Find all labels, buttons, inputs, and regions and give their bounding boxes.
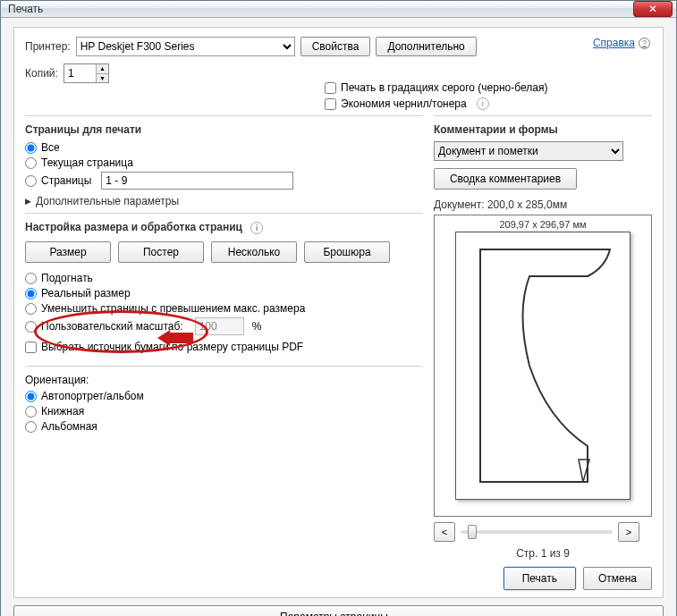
sizing-header: Настройка размера и обработка страниц i <box>25 213 423 234</box>
more-params-label: Дополнительные параметры <box>36 195 179 207</box>
orient-auto-radio[interactable] <box>25 391 37 402</box>
shrink-label: Уменьшить страницы с превышением макс. р… <box>41 302 305 315</box>
more-params-toggle[interactable]: ▶ Дополнительные параметры <box>25 195 423 207</box>
size-button[interactable]: Размер <box>25 241 111 263</box>
comments-select[interactable]: Документ и пометки <box>434 141 623 161</box>
custom-scale-radio[interactable] <box>25 321 37 333</box>
fit-label: Подогнать <box>41 272 93 284</box>
page-dimensions: 209,97 x 296,97 мм <box>499 219 586 230</box>
dialog-body: Справка ? Принтер: HP Deskjet F300 Serie… <box>1 18 676 616</box>
pages-range-label: Страницы <box>41 174 91 187</box>
pages-all-label: Все <box>41 141 60 154</box>
copies-label: Копий: <box>25 67 58 80</box>
properties-button[interactable]: Свойства <box>300 37 371 56</box>
custom-scale-unit: % <box>252 320 262 333</box>
cancel-button[interactable]: Отмена <box>583 567 652 590</box>
page-counter: Стр. 1 из 9 <box>434 547 652 560</box>
booklet-button[interactable]: Брошюра <box>304 241 390 263</box>
custom-scale-label: Пользовательский масштаб: <box>41 320 183 333</box>
custom-scale-input <box>195 317 244 335</box>
left-column: Страницы для печати Все Текущая страница… <box>25 110 423 560</box>
printer-select[interactable]: HP Deskjet F300 Series <box>76 37 295 56</box>
copies-up[interactable]: ▲ <box>97 64 108 74</box>
inner-panel: Справка ? Принтер: HP Deskjet F300 Serie… <box>13 27 664 598</box>
printer-row: Принтер: HP Deskjet F300 Series Свойства… <box>25 37 652 56</box>
orient-landscape-radio[interactable] <box>25 421 37 433</box>
copies-down[interactable]: ▼ <box>97 74 108 83</box>
orientation-section: Ориентация: Автопортрет/альбом Книжная А… <box>25 366 423 433</box>
choose-source-label: Выбрать источник бумаги по размеру стран… <box>41 341 303 353</box>
fit-radio[interactable] <box>25 273 37 284</box>
multiple-button[interactable]: Несколько <box>211 241 297 263</box>
save-ink-label: Экономия чернил/тонера <box>341 97 467 110</box>
copies-input[interactable] <box>64 64 96 82</box>
orient-auto-label: Автопортрет/альбом <box>41 390 144 402</box>
window-title: Печать <box>8 3 633 15</box>
close-icon: ✕ <box>648 3 657 15</box>
printer-label: Принтер: <box>25 40 71 53</box>
help-link[interactable]: Справка ? <box>593 37 650 49</box>
orient-portrait-label: Книжная <box>41 405 84 418</box>
orientation-header: Ориентация: <box>25 374 423 386</box>
columns: Страницы для печати Все Текущая страница… <box>25 110 652 560</box>
footer-row: Печать Отмена <box>25 567 652 590</box>
prev-page-button[interactable]: < <box>434 522 455 542</box>
actual-size-radio[interactable] <box>25 288 37 300</box>
actual-size-label: Реальный размер <box>41 287 131 300</box>
page-preview <box>455 232 630 500</box>
preview-nav: < > <box>434 522 652 542</box>
shrink-radio[interactable] <box>25 303 37 315</box>
print-dialog: Печать ✕ Справка ? Принтер: HP Deskjet F… <box>0 0 677 616</box>
copies-spinner[interactable]: ▲ ▼ <box>63 63 109 83</box>
pages-current-radio[interactable] <box>25 157 37 169</box>
pages-all-radio[interactable] <box>25 142 37 154</box>
page-setup-button[interactable]: Параметры страницы... <box>13 605 664 616</box>
comments-header: Комментарии и формы <box>434 115 652 136</box>
help-icon: ? <box>639 38 650 49</box>
document-dimensions: Документ: 200,0 x 285,0мм <box>434 198 652 211</box>
pages-header: Страницы для печати <box>25 115 423 136</box>
pages-current-label: Текущая страница <box>41 156 133 169</box>
next-page-button[interactable]: > <box>618 522 639 542</box>
pattern-preview-svg <box>462 240 623 491</box>
right-column: Комментарии и формы Документ и пометки С… <box>434 110 652 560</box>
titlebar: Печать ✕ <box>1 1 676 18</box>
pages-range-input[interactable] <box>101 172 293 190</box>
close-button[interactable]: ✕ <box>633 1 673 17</box>
slider-thumb[interactable] <box>468 525 477 539</box>
choose-source-checkbox[interactable] <box>25 342 37 353</box>
preview-box: 209,97 x 296,97 мм <box>434 215 652 517</box>
pages-range-radio[interactable] <box>25 175 37 187</box>
orient-portrait-radio[interactable] <box>25 406 37 418</box>
page-slider[interactable] <box>461 530 613 534</box>
grayscale-checkbox[interactable] <box>325 82 336 94</box>
save-ink-checkbox[interactable] <box>325 98 336 110</box>
grayscale-label: Печать в градациях серого (черно-белая) <box>341 81 547 94</box>
copies-row: Копий: ▲ ▼ <box>25 63 652 83</box>
orient-landscape-label: Альбомная <box>41 420 97 433</box>
poster-button[interactable]: Постер <box>118 241 204 263</box>
print-options: Печать в градациях серого (черно-белая) … <box>325 81 547 114</box>
comments-summary-button[interactable]: Сводка комментариев <box>434 168 577 190</box>
advanced-button[interactable]: Дополнительно <box>376 37 476 56</box>
info-icon[interactable]: i <box>477 97 489 110</box>
info-icon[interactable]: i <box>250 222 263 234</box>
triangle-right-icon: ▶ <box>25 197 31 206</box>
print-button[interactable]: Печать <box>504 567 576 590</box>
help-label: Справка <box>593 37 635 49</box>
